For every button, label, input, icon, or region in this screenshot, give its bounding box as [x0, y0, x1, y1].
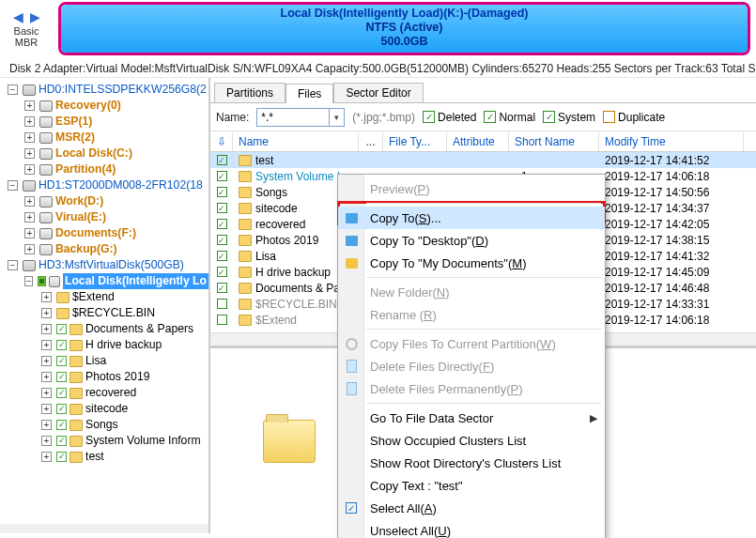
menu-show-occupied[interactable]: Show Occupied Clusters List — [338, 429, 605, 452]
tree-item[interactable]: +Recovery(0) — [4, 98, 208, 114]
expander-icon[interactable]: + — [24, 244, 35, 254]
tree-checkbox[interactable] — [56, 340, 67, 350]
tree-item[interactable]: +test — [4, 449, 208, 465]
menu-copy-to-current[interactable]: Copy Files To Current Partition(W) — [338, 332, 605, 355]
tree-checkbox[interactable] — [56, 420, 67, 430]
partition-bar[interactable]: Local Disk(Intelligently Load)(K:)-(Dama… — [58, 2, 750, 55]
expander-icon[interactable]: + — [41, 292, 52, 302]
tree-checkbox[interactable] — [56, 436, 67, 446]
tree-item[interactable]: +ESP(1) — [4, 114, 208, 130]
tree-item[interactable]: +sitecode — [4, 401, 208, 417]
menu-delete-permanently[interactable]: Delete Files Permanently(P) — [338, 377, 605, 400]
expander-icon[interactable]: + — [24, 164, 35, 175]
row-checkbox[interactable] — [217, 203, 227, 213]
tree-item[interactable]: +recovered — [4, 385, 208, 401]
row-checkbox[interactable] — [217, 171, 227, 181]
expander-icon[interactable]: + — [24, 228, 35, 238]
expander-icon[interactable]: − — [8, 260, 18, 270]
expander-icon[interactable]: + — [41, 372, 52, 382]
tree-item[interactable]: −HD3:MsftVirtualDisk(500GB) — [4, 257, 208, 273]
hdr-checkbox-icon[interactable]: ⇩ — [210, 132, 233, 151]
menu-show-root-clusters[interactable]: Show Root Directory's Clusters List — [338, 452, 605, 474]
expander-icon[interactable]: − — [8, 85, 18, 95]
expander-icon[interactable]: + — [24, 212, 35, 223]
hdr-dots[interactable]: ... — [359, 132, 383, 151]
tree-item[interactable]: +$RECYCLE.BIN — [4, 305, 208, 321]
pattern-input[interactable] — [256, 108, 330, 127]
row-checkbox[interactable] — [217, 187, 227, 197]
row-checkbox[interactable] — [217, 283, 227, 293]
tab-partitions[interactable]: Partitions — [214, 83, 285, 102]
chk-deleted[interactable] — [423, 111, 435, 123]
row-checkbox[interactable] — [217, 251, 227, 261]
hdr-name[interactable]: Name — [233, 132, 359, 151]
tree-item[interactable]: −HD1:ST2000DM008-2FR102(18 — [4, 177, 208, 193]
tree-checkbox[interactable] — [38, 276, 46, 286]
expander-icon[interactable]: + — [41, 388, 52, 398]
expander-icon[interactable]: + — [41, 420, 52, 430]
menu-goto-sector[interactable]: Go To File Data Sector▶ — [338, 407, 605, 429]
back-arrow-icon[interactable]: ◀ — [11, 9, 24, 24]
chk-duplicate[interactable] — [603, 111, 615, 123]
tree-item[interactable]: +$Extend — [4, 289, 208, 305]
tree-item[interactable]: +H drive backup — [4, 337, 208, 353]
menu-preview[interactable]: Preview(P) — [338, 177, 605, 200]
expander-icon[interactable]: + — [41, 436, 52, 446]
tree-checkbox[interactable] — [56, 356, 67, 366]
menu-delete-directly[interactable]: Delete Files Directly(F) — [338, 355, 605, 377]
expander-icon[interactable]: + — [24, 132, 35, 143]
tree-item[interactable]: +Local Disk(C:) — [4, 146, 208, 161]
tree-item[interactable]: −Local Disk(Intelligently Lo — [4, 273, 208, 289]
expander-icon[interactable]: + — [41, 356, 52, 366]
expander-icon[interactable]: + — [41, 340, 52, 350]
tree-item[interactable]: −HD0:INTELSSDPEKKW256G8(2 — [4, 82, 208, 98]
hdr-attribute[interactable]: Attribute — [447, 132, 509, 151]
tree-item[interactable]: +System Volume Inform — [4, 433, 208, 449]
tree-item[interactable]: +Documents & Papers — [4, 321, 208, 337]
hdr-filetype[interactable]: File Ty... — [383, 132, 447, 151]
row-checkbox[interactable] — [217, 267, 227, 277]
tree-item[interactable]: +Backup(G:) — [4, 241, 208, 257]
hdr-shortname[interactable]: Short Name — [509, 132, 599, 151]
tree-item[interactable]: +Songs — [4, 417, 208, 433]
chk-normal[interactable] — [484, 111, 496, 123]
expander-icon[interactable]: + — [24, 148, 35, 159]
menu-select-all[interactable]: Select All(A) — [338, 497, 605, 519]
tab-files[interactable]: Files — [285, 84, 333, 103]
row-checkbox[interactable] — [217, 155, 227, 165]
tree-checkbox[interactable] — [56, 372, 67, 382]
menu-rename[interactable]: Rename (R) — [338, 303, 605, 326]
pattern-dropdown-icon[interactable]: ▾ — [330, 108, 345, 127]
tree-item[interactable]: +Partition(4) — [4, 161, 208, 177]
tree-item[interactable]: +Work(D:) — [4, 193, 208, 209]
tree-checkbox[interactable] — [56, 452, 67, 462]
expander-icon[interactable]: + — [24, 196, 35, 207]
tree-item[interactable]: +MSR(2) — [4, 130, 208, 146]
chk-system[interactable] — [543, 111, 555, 123]
menu-copy-text[interactable]: Copy Text : "test" — [338, 474, 605, 497]
row-checkbox[interactable] — [217, 299, 227, 309]
expander-icon[interactable]: + — [41, 324, 52, 334]
tree-checkbox[interactable] — [56, 324, 67, 334]
menu-copy-to-documents[interactable]: Copy To "My Documents"(M) — [338, 252, 605, 274]
tree-item[interactable]: +Lisa — [4, 353, 208, 369]
forward-arrow-icon[interactable]: ▶ — [28, 9, 41, 24]
row-checkbox[interactable] — [217, 219, 227, 229]
row-checkbox[interactable] — [217, 315, 227, 325]
expander-icon[interactable]: − — [24, 276, 33, 286]
expander-icon[interactable]: + — [41, 452, 52, 462]
menu-copy-to[interactable]: Copy To(S)... — [338, 207, 605, 229]
expander-icon[interactable]: + — [41, 308, 52, 318]
tree-item[interactable]: +Virual(E:) — [4, 209, 208, 225]
expander-icon[interactable]: + — [41, 404, 52, 414]
tab-sector-editor[interactable]: Sector Editor — [333, 83, 423, 102]
tree-item[interactable]: +Photos 2019 — [4, 369, 208, 385]
hdr-modifytime[interactable]: Modify Time — [599, 132, 744, 151]
tree-checkbox[interactable] — [56, 404, 67, 414]
expander-icon[interactable]: − — [8, 180, 18, 191]
expander-icon[interactable]: + — [24, 116, 35, 127]
tree-checkbox[interactable] — [56, 388, 67, 398]
menu-copy-to-desktop[interactable]: Copy To "Desktop"(D) — [338, 229, 605, 252]
menu-new-folder[interactable]: New Folder(N) — [338, 281, 605, 303]
tree-item[interactable]: +Documents(F:) — [4, 225, 208, 241]
